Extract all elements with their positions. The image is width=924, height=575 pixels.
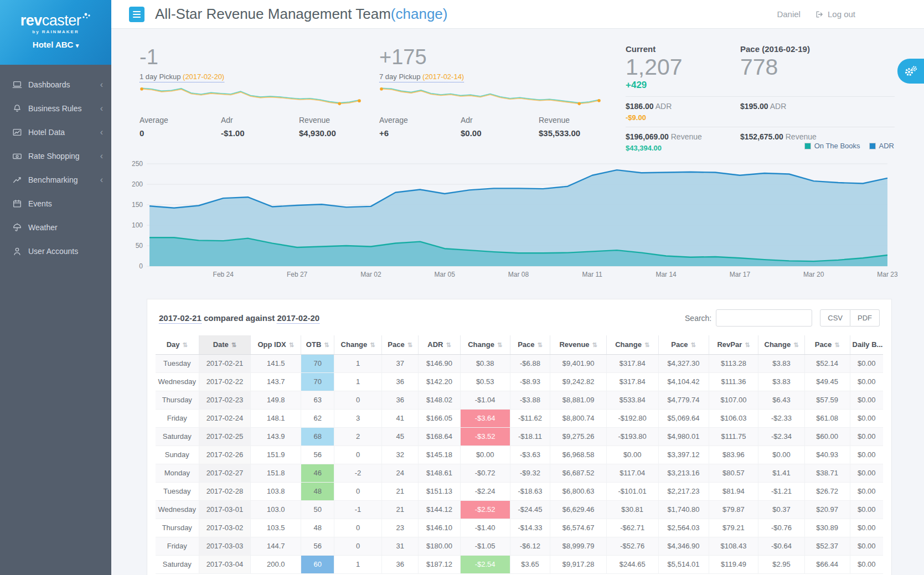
main-content: -1 1 day Pickup (2017-02-20) Average0Adr… bbox=[111, 29, 924, 575]
cell-otb: 50 bbox=[301, 500, 334, 519]
cell-pace2: -$11.62 bbox=[510, 409, 550, 427]
pickup1-date-link[interactable]: 1 day Pickup (2017-02-20) bbox=[140, 72, 224, 82]
table-row[interactable]: Wednesday2017-03-01103.050-121$144.12-$2… bbox=[156, 500, 883, 519]
export-csv-button[interactable]: CSV bbox=[820, 309, 850, 327]
cell-date: 2017-02-27 bbox=[199, 464, 251, 482]
settings-gear-button[interactable] bbox=[897, 59, 924, 84]
sidebar-item-label: Weather bbox=[28, 223, 58, 232]
sort-icon: ⇅ bbox=[834, 341, 839, 348]
cell-adr: $180.00 bbox=[419, 537, 460, 555]
sidebar-item-rate-shopping[interactable]: Rate Shopping‹ bbox=[0, 144, 111, 168]
sidebar-item-events[interactable]: Events bbox=[0, 191, 111, 215]
column-header-rev_chg[interactable]: Change⇅ bbox=[606, 335, 658, 354]
cell-adr_chg: -$3.52 bbox=[460, 427, 510, 446]
cell-revpar: $119.49 bbox=[709, 555, 758, 573]
chevron-left-icon: ‹ bbox=[100, 152, 103, 160]
table-row[interactable]: Friday2017-02-24148.162341$166.05-$3.64-… bbox=[156, 409, 883, 427]
adr-swatch-icon bbox=[869, 143, 876, 149]
table-row[interactable]: Thursday2017-02-23149.863036$148.02-$1.0… bbox=[156, 391, 883, 409]
cell-pace2: -$6.12 bbox=[510, 537, 550, 555]
cell-opp: 149.8 bbox=[251, 391, 301, 409]
cell-opp: 103.8 bbox=[251, 482, 301, 500]
column-header-day[interactable]: Day⇅ bbox=[156, 335, 199, 354]
change-dashboard-link[interactable]: (change) bbox=[391, 6, 448, 23]
hamburger-menu-button[interactable] bbox=[129, 7, 144, 22]
user-menu[interactable]: Daniel bbox=[777, 9, 801, 19]
logout-button[interactable]: Log out bbox=[815, 9, 855, 19]
table-row[interactable]: Friday2017-03-03144.756031$180.00-$1.05-… bbox=[156, 537, 883, 555]
column-header-pace4[interactable]: Pace⇅ bbox=[804, 335, 850, 354]
cell-adr_chg: $0.38 bbox=[460, 354, 510, 372]
cell-adr: $166.05 bbox=[419, 409, 460, 427]
legend-adr[interactable]: ADR bbox=[869, 142, 894, 150]
hotel-selector[interactable]: Hotel ABC ▾ bbox=[0, 40, 111, 49]
sort-icon: ⇅ bbox=[745, 341, 750, 348]
legend-on-the-books[interactable]: On The Books bbox=[804, 142, 860, 150]
table-row[interactable]: Saturday2017-03-04200.060136$187.12-$2.5… bbox=[156, 555, 883, 573]
column-header-date[interactable]: Date⇅ bbox=[199, 335, 251, 354]
sort-icon: ⇅ bbox=[183, 341, 188, 348]
cell-otb: 70 bbox=[301, 354, 334, 372]
table-row[interactable]: Thursday2017-03-02103.548023$146.10-$1.4… bbox=[156, 519, 883, 537]
pickup-data-table: Day⇅Date⇅Opp IDX⇅OTB⇅Change⇅Pace⇅ADR⇅Cha… bbox=[156, 335, 883, 574]
cell-pace1: 32 bbox=[381, 446, 418, 464]
cell-adr_chg: -$1.05 bbox=[460, 537, 510, 555]
sidebar-item-dashboards[interactable]: Dashboards‹ bbox=[0, 72, 111, 96]
sidebar-item-benchmarking[interactable]: Benchmarking‹ bbox=[0, 168, 111, 191]
column-header-opp[interactable]: Opp IDX⇅ bbox=[251, 335, 301, 354]
stat-adr: Adr-$1.00 bbox=[221, 116, 245, 138]
cell-pace3: $2,217.23 bbox=[658, 482, 709, 500]
sidebar-item-business-rules[interactable]: Business Rules‹ bbox=[0, 96, 111, 120]
table-row[interactable]: Wednesday2017-02-22143.770136$142.20$0.5… bbox=[156, 372, 883, 391]
column-header-adr_chg[interactable]: Change⇅ bbox=[460, 335, 510, 354]
cell-rev: $6,574.67 bbox=[550, 519, 606, 537]
topbar-right: Daniel Log out bbox=[777, 9, 924, 19]
svg-text:50: 50 bbox=[136, 242, 143, 250]
pickup7-date-link[interactable]: 7 day Pickup (2017-02-14) bbox=[379, 72, 464, 82]
cell-adr: $187.12 bbox=[419, 555, 460, 573]
column-header-rp_chg[interactable]: Change⇅ bbox=[758, 335, 804, 354]
column-header-otb[interactable]: OTB⇅ bbox=[301, 335, 334, 354]
cell-opp: 151.9 bbox=[251, 446, 301, 464]
column-header-pace3[interactable]: Pace⇅ bbox=[658, 335, 709, 354]
cell-otb: 56 bbox=[301, 537, 334, 555]
sidebar-item-hotel-data[interactable]: Hotel Data‹ bbox=[0, 120, 111, 144]
cell-day: Thursday bbox=[156, 391, 199, 409]
cell-revpar: $113.28 bbox=[709, 354, 758, 372]
sidebar-item-weather[interactable]: Weather bbox=[0, 215, 111, 239]
dashboards-icon bbox=[10, 80, 24, 90]
svg-text:Mar 02: Mar 02 bbox=[360, 271, 381, 278]
table-row[interactable]: Tuesday2017-02-21141.570137$146.90$0.38-… bbox=[156, 354, 883, 372]
logo-text-light: caster bbox=[42, 12, 81, 29]
cell-adr: $148.02 bbox=[419, 391, 460, 409]
compare-date-b-link[interactable]: 2017-02-20 bbox=[277, 313, 319, 324]
column-header-rev[interactable]: Revenue⇅ bbox=[550, 335, 606, 354]
gears-icon bbox=[904, 65, 918, 78]
benchmarking-icon bbox=[10, 175, 24, 185]
cell-rev_chg: -$62.71 bbox=[606, 519, 658, 537]
column-header-adr[interactable]: ADR⇅ bbox=[419, 335, 460, 354]
rate-shopping-icon bbox=[10, 151, 24, 161]
cell-otb: 62 bbox=[301, 409, 334, 427]
table-row[interactable]: Saturday2017-02-25143.968245$168.64-$3.5… bbox=[156, 427, 883, 446]
export-pdf-button[interactable]: PDF bbox=[850, 309, 880, 327]
table-row[interactable]: Sunday2017-02-26151.956032$145.18$0.00-$… bbox=[156, 446, 883, 464]
cell-chg: 0 bbox=[334, 446, 382, 464]
search-input[interactable] bbox=[716, 309, 812, 327]
compare-date-a-link[interactable]: 2017-02-21 bbox=[159, 313, 202, 324]
cell-day: Friday bbox=[156, 409, 199, 427]
cell-rev_chg: -$101.01 bbox=[606, 482, 658, 500]
column-header-revpar[interactable]: RevPar⇅ bbox=[709, 335, 758, 354]
column-header-pace1[interactable]: Pace⇅ bbox=[381, 335, 418, 354]
cell-otb: 48 bbox=[301, 482, 334, 500]
column-header-daily[interactable]: Daily B...⇅ bbox=[850, 335, 883, 354]
cell-otb: 46 bbox=[301, 464, 334, 482]
table-row[interactable]: Tuesday2017-02-28103.848021$151.13-$2.24… bbox=[156, 482, 883, 500]
sidebar-item-user-accounts[interactable]: User Accounts bbox=[0, 239, 111, 263]
column-header-chg[interactable]: Change⇅ bbox=[334, 335, 382, 354]
column-header-pace2[interactable]: Pace⇅ bbox=[510, 335, 550, 354]
cell-adr: $142.20 bbox=[419, 372, 460, 391]
cell-pace3: $4,779.74 bbox=[658, 391, 709, 409]
table-row[interactable]: Monday2017-02-27151.846-224$148.61-$0.72… bbox=[156, 464, 883, 482]
cell-chg: 1 bbox=[334, 354, 382, 372]
